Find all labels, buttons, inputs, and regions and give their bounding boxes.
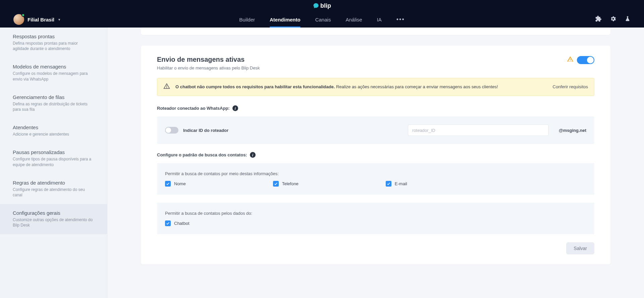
check-nome[interactable]: Nome [165, 181, 186, 187]
search-data-panel: Permitir a busca de contatos pelos dados… [157, 203, 594, 234]
requirements-alert: O chatbot não cumpre todos os requisitos… [157, 78, 594, 96]
sidebar-item-respostas-prontas[interactable]: Respostas prontas Defina respostas pront… [0, 28, 107, 58]
feature-toggle[interactable] [577, 56, 594, 64]
search-info-checks: Nome Telefone E-mail [165, 181, 586, 187]
check-telefone[interactable]: Telefone [273, 181, 299, 187]
flask-icon[interactable] [625, 15, 631, 23]
sidebar-item-pausas-personalizadas[interactable]: Pausas personalizadas Configure tipos de… [0, 143, 107, 173]
org-name: Filial Brasil [28, 17, 54, 22]
sidebar: Respostas prontas Defina respostas pront… [0, 28, 107, 298]
sidebar-item-modelos-mensagens[interactable]: Modelos de mensagens Configure os modelo… [0, 58, 107, 88]
search-info-panel: Permitir a busca de contatos por meio de… [157, 163, 594, 195]
check-chatbot[interactable]: Chatbot [165, 220, 190, 226]
avatar [13, 14, 24, 25]
topbar-main-row: Filial Brasil ▾ Builder Atendimento Cana… [0, 11, 644, 28]
search-data-checks: Chatbot [165, 220, 586, 226]
topbar-brand-row: blip [0, 0, 644, 11]
sidebar-item-desc: Configure os modelos de mensagem para en… [13, 71, 94, 82]
router-id-input[interactable] [408, 125, 549, 136]
router-panel: Indicar ID do roteador @msging.net [157, 116, 594, 144]
chevron-down-icon: ▾ [58, 17, 60, 22]
topbar: blip Filial Brasil ▾ Builder Atendimento… [0, 0, 644, 28]
search-section-label: Configure o padrão de busca dos contatos… [157, 152, 594, 158]
card-title: Envio de mensagens ativas [157, 56, 260, 63]
nav-ia[interactable]: IA [377, 11, 382, 28]
previous-card-edge [141, 28, 610, 35]
router-toggle-label: Indicar ID do roteador [183, 128, 228, 133]
sidebar-item-title: Gerenciamento de filas [13, 94, 94, 100]
search-data-prompt: Permitir a busca de contatos pelos dados… [165, 211, 586, 216]
toggle-knob [587, 57, 594, 63]
alert-text: O chatbot não cumpre todos os requisitos… [175, 84, 541, 90]
sidebar-item-title: Atendentes [13, 125, 94, 130]
checkbox-checked-icon [386, 181, 391, 187]
chat-bubble-icon [313, 3, 319, 9]
org-selector[interactable]: Filial Brasil ▾ [13, 14, 60, 25]
router-id-toggle[interactable] [165, 127, 178, 134]
router-domain-label: @msging.net [559, 128, 586, 133]
sidebar-item-title: Configurações gerais [13, 210, 94, 216]
search-info-prompt: Permitir a busca de contatos por meio de… [165, 171, 586, 176]
sidebar-item-desc: Defina respostas prontas para maior agil… [13, 41, 94, 51]
sidebar-item-regras-atendimento[interactable]: Regras de atendimento Configure regras d… [0, 174, 107, 204]
info-icon[interactable]: i [232, 105, 238, 111]
nav-more-icon[interactable]: ••• [396, 16, 405, 23]
main-content: Envio de mensagens ativas Habilitar o en… [107, 28, 644, 298]
sidebar-item-desc: Configure tipos de pausa disponíveis par… [13, 156, 94, 167]
sidebar-item-desc: Configure regras de atendimento do seu c… [13, 187, 94, 198]
checkbox-checked-icon [165, 181, 171, 187]
sidebar-item-title: Regras de atendimento [13, 180, 94, 186]
check-requirements-link[interactable]: Conferir requisitos [553, 84, 588, 90]
active-messages-card: Envio de mensagens ativas Habilitar o en… [141, 46, 610, 264]
presence-dot-icon [21, 13, 25, 17]
router-row: Indicar ID do roteador @msging.net [165, 125, 586, 136]
nav-tabs: Builder Atendimento Canais Análise IA ••… [239, 11, 405, 28]
card-subtitle: Habilitar o envio de mensagens ativas pe… [157, 65, 260, 70]
checkbox-checked-icon [273, 181, 279, 187]
checkbox-checked-icon [165, 220, 171, 226]
sidebar-item-configuracoes-gerais[interactable]: Configurações gerais Customize outras op… [0, 204, 107, 234]
card-header: Envio de mensagens ativas Habilitar o en… [157, 56, 594, 78]
sidebar-item-desc: Customize outras opções de atendimento d… [13, 217, 94, 228]
toggle-knob [166, 128, 171, 133]
sidebar-item-atendentes[interactable]: Atendentes Adicione e gerencie atendente… [0, 118, 107, 143]
info-icon[interactable]: i [250, 152, 256, 158]
nav-canais[interactable]: Canais [315, 11, 331, 28]
svg-point-1 [167, 88, 167, 88]
sidebar-item-title: Modelos de mensagens [13, 64, 94, 69]
brand-name: blip [320, 2, 331, 9]
router-section-label: Roteador conectado ao WhatsApp: i [157, 105, 594, 111]
brand-logo[interactable]: blip [313, 2, 331, 9]
save-button[interactable]: Salvar [566, 242, 594, 254]
sidebar-item-desc: Defina as regras de distribuição de tick… [13, 101, 94, 112]
gear-icon[interactable] [610, 15, 616, 23]
sidebar-item-desc: Adicione e gerencie atendentes [13, 132, 94, 137]
save-row: Salvar [157, 242, 594, 254]
sidebar-item-title: Respostas prontas [13, 34, 94, 39]
nav-atendimento[interactable]: Atendimento [270, 11, 301, 28]
sidebar-item-title: Pausas personalizadas [13, 149, 94, 155]
warning-icon [567, 56, 574, 64]
header-toggle-group [567, 56, 594, 64]
alert-triangle-icon [163, 83, 170, 91]
puzzle-icon[interactable] [595, 15, 602, 23]
sidebar-item-gerenciamento-filas[interactable]: Gerenciamento de filas Defina as regras … [0, 88, 107, 118]
nav-analise[interactable]: Análise [345, 11, 362, 28]
check-email[interactable]: E-mail [386, 181, 407, 187]
layout: Respostas prontas Defina respostas pront… [0, 28, 644, 298]
nav-builder[interactable]: Builder [239, 11, 255, 28]
nav-right-icons [595, 15, 631, 23]
